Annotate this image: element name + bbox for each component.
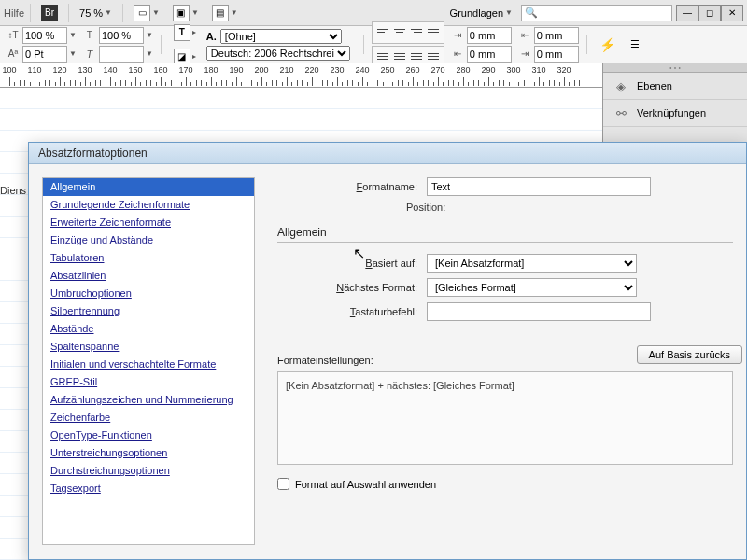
- checkbox-apply-to-selection[interactable]: [277, 478, 289, 490]
- text-scale-group-2: T▼ T▼: [82, 27, 153, 63]
- view-icon: ▭: [134, 5, 150, 21]
- justify-right-button[interactable]: [408, 49, 425, 65]
- menu-icon: ☰: [630, 38, 640, 50]
- justify-center-button[interactable]: [391, 49, 408, 65]
- indent-right-input[interactable]: [534, 27, 579, 44]
- select-basiert[interactable]: [Kein Absatzformat]: [427, 254, 637, 273]
- control-menu-button[interactable]: ☰: [626, 35, 644, 53]
- search-input[interactable]: [521, 5, 672, 21]
- paragraph-style-options-dialog: Absatzformatoptionen AllgemeinGrundlegen…: [28, 142, 747, 560]
- separator: [68, 4, 69, 22]
- chevron-down-icon: ▸: [192, 52, 196, 61]
- indent-last-input[interactable]: [534, 46, 579, 63]
- quick-apply-button[interactable]: ⚡: [595, 35, 620, 55]
- chevron-down-icon: ▼: [146, 31, 153, 39]
- view-mode-button-1[interactable]: ▭▼: [129, 2, 164, 24]
- separator: [586, 35, 587, 54]
- dialog-category-list[interactable]: AllgemeinGrundlegende ZeichenformateErwe…: [42, 177, 255, 545]
- dialog-titlebar[interactable]: Absatzformatoptionen: [29, 143, 746, 164]
- skew-input[interactable]: [99, 46, 144, 63]
- category-item[interactable]: Tabulatoren: [43, 249, 254, 267]
- type-color-button[interactable]: T▸: [169, 21, 201, 44]
- skew-icon: T: [82, 47, 97, 62]
- zoom-dropdown[interactable]: 75 % ▼: [75, 5, 117, 21]
- category-item[interactable]: Durchstreichungsoptionen: [43, 462, 254, 480]
- paragraph-align-group: [372, 21, 444, 44]
- label-formatname: Formatname:: [277, 181, 417, 192]
- baseline-shift-input[interactable]: [22, 46, 67, 63]
- language-select[interactable]: Deutsch: 2006 Rechtschreib: [206, 46, 350, 61]
- category-item[interactable]: Einzüge und Abstände: [43, 231, 254, 249]
- search-wrap: 🔍: [521, 5, 672, 21]
- reset-to-base-button[interactable]: Auf Basis zurücks: [637, 345, 742, 364]
- chevron-down-icon: ▼: [152, 8, 160, 17]
- lightning-icon: ⚡: [599, 37, 615, 52]
- panel-handle[interactable]: [603, 63, 747, 73]
- zoom-value: 75 %: [79, 7, 103, 19]
- horizontal-scale-input[interactable]: [22, 27, 67, 44]
- category-item[interactable]: Allgemein: [43, 178, 254, 196]
- align-left-button[interactable]: [374, 24, 391, 41]
- menu-help[interactable]: Hilfe: [4, 7, 24, 19]
- vertical-scale-icon: T: [82, 28, 97, 43]
- category-item[interactable]: Unterstreichungsoptionen: [43, 444, 254, 462]
- indent-first-icon: ⇤: [450, 47, 465, 62]
- justify-left-button[interactable]: [374, 49, 391, 65]
- indent-right-icon: ⇤: [517, 28, 532, 43]
- category-item[interactable]: Grundlegende Zeichenformate: [43, 196, 254, 214]
- vertical-scale-input[interactable]: [99, 27, 144, 44]
- minimize-button[interactable]: —: [676, 5, 698, 21]
- type-fill-group: T▸ ◪▸: [169, 21, 201, 68]
- category-item[interactable]: GREP-Stil: [43, 373, 254, 391]
- panel-verknuepfungen[interactable]: ⚯ Verknüpfungen: [603, 100, 747, 127]
- align-justify-button[interactable]: [425, 24, 442, 41]
- category-item[interactable]: Initialen und verschachtelte Formate: [43, 356, 254, 373]
- align-center-button[interactable]: [391, 24, 408, 41]
- label-tastatur: Tastaturbefehl:: [277, 306, 417, 317]
- baseline-shift-icon: Aª: [6, 47, 21, 62]
- select-naechstes[interactable]: [Gleiches Format]: [427, 278, 637, 297]
- input-tastatur[interactable]: [427, 302, 651, 321]
- arrange-button[interactable]: ▤▼: [207, 2, 243, 24]
- workspace-dropdown[interactable]: Grundlagen ▼: [445, 5, 517, 21]
- chevron-down-icon: ▼: [231, 8, 238, 17]
- maximize-button[interactable]: ◻: [698, 5, 721, 21]
- screen-icon: ▣: [173, 5, 190, 21]
- category-item[interactable]: Abstände: [43, 320, 254, 338]
- category-item[interactable]: Aufzählungszeichen und Nummerierung: [43, 391, 254, 409]
- panel-ebenen[interactable]: ◈ Ebenen: [603, 73, 747, 100]
- bridge-button[interactable]: Br: [36, 2, 63, 24]
- align-right-button[interactable]: [408, 24, 425, 41]
- input-formatname[interactable]: [427, 177, 651, 196]
- links-icon: ⚯: [613, 105, 629, 120]
- bridge-icon: Br: [41, 5, 58, 21]
- category-item[interactable]: Absatzlinien: [43, 267, 254, 285]
- chevron-down-icon: ▼: [505, 8, 513, 17]
- category-item[interactable]: Zeichenfarbe: [43, 409, 254, 427]
- category-item[interactable]: Silbentrennung: [43, 302, 254, 320]
- indent-left-input[interactable]: [467, 27, 512, 44]
- indent-first-input[interactable]: [467, 46, 512, 63]
- category-item[interactable]: Umbruchoptionen: [43, 285, 254, 302]
- justify-all-button[interactable]: [425, 49, 442, 65]
- row-naechstes: Nächstes Format: [Gleiches Format]: [277, 278, 733, 297]
- category-item[interactable]: OpenType-Funktionen: [43, 427, 254, 444]
- chevron-down-icon: ▼: [69, 31, 77, 39]
- separator: [122, 4, 123, 22]
- chevron-down-icon: ▼: [191, 8, 199, 17]
- chevron-down-icon: ▼: [146, 49, 153, 58]
- chevron-down-icon: ▸: [192, 28, 196, 36]
- stroke-color-icon: ◪: [174, 49, 190, 65]
- row-tastatur: Tastaturbefehl:: [277, 302, 733, 321]
- dialog-content: Formatname: Position: Allgemein Basiert …: [255, 164, 746, 558]
- char-style-select[interactable]: [Ohne]: [220, 29, 342, 44]
- label-position: Position:: [406, 202, 733, 213]
- type-color-icon: T: [174, 24, 190, 41]
- row-apply: Format auf Auswahl anwenden: [277, 478, 733, 490]
- close-button[interactable]: ✕: [721, 5, 743, 21]
- category-item[interactable]: Spaltenspanne: [43, 338, 254, 356]
- label-naechstes: Nächstes Format:: [277, 282, 417, 293]
- indent-left-icon: ⇥: [450, 28, 465, 43]
- category-item[interactable]: Tagsexport: [43, 480, 254, 497]
- category-item[interactable]: Erweiterte Zeichenformate: [43, 214, 254, 231]
